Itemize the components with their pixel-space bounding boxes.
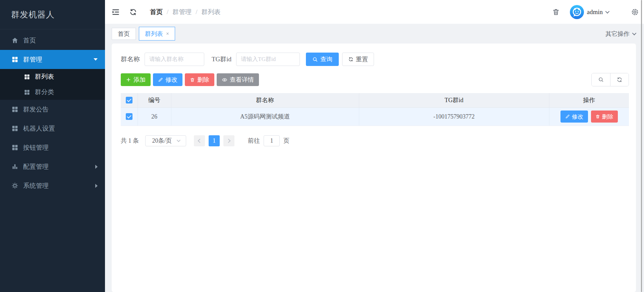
sidebar-item-label: 群列表 — [35, 72, 54, 81]
refresh-icon — [616, 77, 623, 83]
sidebar-item-label: 按钮管理 — [23, 143, 49, 152]
tab-label: 群列表 — [145, 30, 163, 38]
grid-icon — [11, 144, 18, 151]
table-row[interactable]: 26 A5源码网测试频道 -1001757903772 修改 删除 — [121, 107, 629, 126]
edit-button[interactable]: 修改 — [153, 73, 182, 86]
search-button[interactable]: 查询 — [306, 53, 339, 66]
pencil-icon — [565, 114, 570, 119]
avatar[interactable] — [570, 5, 584, 19]
breadcrumb-home[interactable]: 首页 — [150, 8, 163, 16]
group-name-label: 群名称 — [121, 55, 140, 64]
main-area: 首页 / 群管理 / 群列表 admin — [105, 0, 644, 292]
view-detail-button[interactable]: 查看详情 — [217, 73, 259, 86]
row-checkbox[interactable] — [126, 113, 132, 120]
tab-label: 首页 — [118, 30, 130, 38]
trash-icon — [595, 114, 600, 119]
close-icon[interactable]: × — [166, 31, 169, 36]
row-edit-button[interactable]: 修改 — [560, 111, 588, 123]
user-menu[interactable]: admin — [587, 8, 609, 16]
refresh-icon[interactable] — [129, 8, 137, 16]
column-header-tgid: TG群id — [359, 93, 549, 107]
sidebar-menu: 首页 群管理 群列表 群分类 — [0, 29, 105, 195]
sidebar-item-label: 机器人设置 — [23, 124, 55, 133]
topbar: 首页 / 群管理 / 群列表 admin — [105, 0, 644, 24]
tab-home[interactable]: 首页 — [112, 28, 136, 40]
goto-label: 前往 — [248, 137, 260, 145]
more-actions-dropdown[interactable]: 其它操作 — [605, 30, 635, 38]
chevron-right-icon — [95, 184, 98, 188]
tab-group-list[interactable]: 群列表 × — [139, 27, 175, 41]
refresh-icon — [348, 57, 354, 62]
settings-gear-icon[interactable] — [631, 8, 639, 16]
column-header-id: 编号 — [138, 93, 171, 107]
breadcrumb: 首页 / 群管理 / 群列表 — [150, 8, 221, 16]
search-icon — [312, 57, 318, 62]
breadcrumb-separator: / — [167, 8, 168, 16]
breadcrumb-separator: / — [196, 8, 197, 16]
select-all-checkbox[interactable] — [126, 97, 132, 103]
pagination: 共 1 条 20条/页 1 前往 页 — [121, 135, 629, 146]
sidebar-item-group-list[interactable]: 群列表 — [0, 69, 105, 84]
cell-name: A5源码网测试频道 — [171, 107, 359, 126]
tg-group-id-input[interactable] — [236, 53, 300, 66]
search-icon — [598, 77, 604, 83]
table-search-toggle-button[interactable] — [592, 73, 610, 86]
sidebar-item-button-management[interactable]: 按钮管理 — [0, 138, 105, 157]
reset-button[interactable]: 重置 — [342, 53, 374, 66]
next-page-button[interactable] — [223, 135, 234, 146]
breadcrumb-group-list: 群列表 — [202, 8, 221, 16]
sidebar-item-bot-settings[interactable]: 机器人设置 — [0, 119, 105, 138]
page-number-button[interactable]: 1 — [209, 135, 220, 146]
scrollbar[interactable] — [641, 0, 642, 292]
goto-page-input[interactable] — [264, 135, 280, 146]
add-button[interactable]: 添加 — [121, 73, 151, 86]
prev-page-button[interactable] — [194, 135, 205, 146]
grid-icon — [11, 125, 18, 132]
sidebar-item-group-category[interactable]: 群分类 — [0, 84, 105, 100]
sidebar-item-label: 首页 — [23, 36, 36, 45]
page-size-select[interactable]: 20条/页 — [145, 135, 186, 146]
gear-icon — [11, 182, 18, 189]
sidebar-item-group-management[interactable]: 群管理 — [0, 50, 105, 69]
trash-icon[interactable] — [552, 8, 560, 16]
cell-id: 26 — [138, 107, 171, 126]
chevron-down-icon — [605, 9, 610, 14]
cell-tgid: -1001757903772 — [359, 107, 549, 126]
delete-button[interactable]: 删除 — [185, 73, 214, 86]
toolbar: 添加 修改 删除 查看详情 — [121, 73, 629, 86]
column-header-actions: 操作 — [549, 93, 629, 107]
more-actions-label: 其它操作 — [605, 30, 630, 38]
grid-icon — [24, 89, 30, 95]
tg-group-id-label: TG群id — [212, 55, 231, 64]
sidebar-item-label: 群发公告 — [23, 105, 49, 114]
sidebar: 群发机器人 首页 群管理 群列表 — [0, 0, 105, 292]
goto-suffix-label: 页 — [283, 137, 289, 145]
filter-form: 群名称 TG群id 查询 重置 — [121, 53, 629, 66]
group-name-input[interactable] — [145, 53, 204, 66]
sidebar-item-home[interactable]: 首页 — [0, 31, 105, 50]
table-refresh-button[interactable] — [610, 73, 629, 86]
group-table: 编号 群名称 TG群id 操作 26 A5源码网测试频道 -1001757903… — [121, 93, 629, 126]
app-title: 群发机器人 — [0, 0, 105, 29]
pencil-icon — [158, 77, 163, 82]
home-icon — [11, 37, 18, 44]
trash-icon — [190, 77, 195, 82]
eye-icon — [222, 77, 227, 83]
chevron-down-icon — [94, 58, 98, 61]
sidebar-item-config-management[interactable]: 配置管理 — [0, 157, 105, 176]
plus-icon — [126, 77, 131, 82]
sidebar-item-system-management[interactable]: 系统管理 — [0, 176, 105, 195]
tabbar: 首页 群列表 × 其它操作 — [105, 24, 644, 44]
grid-icon — [11, 106, 18, 113]
sidebar-item-announcement[interactable]: 群发公告 — [0, 100, 105, 119]
chevron-right-icon — [95, 165, 98, 169]
breadcrumb-group-management: 群管理 — [172, 8, 192, 16]
sidebar-item-label: 系统管理 — [23, 181, 49, 190]
grid-icon — [11, 56, 18, 63]
chevron-right-icon — [226, 139, 231, 143]
sidebar-item-label: 配置管理 — [23, 162, 49, 171]
collapse-sidebar-icon[interactable] — [111, 8, 120, 16]
chevron-down-icon — [632, 31, 637, 35]
column-header-name: 群名称 — [171, 93, 359, 107]
row-delete-button[interactable]: 删除 — [591, 111, 618, 123]
